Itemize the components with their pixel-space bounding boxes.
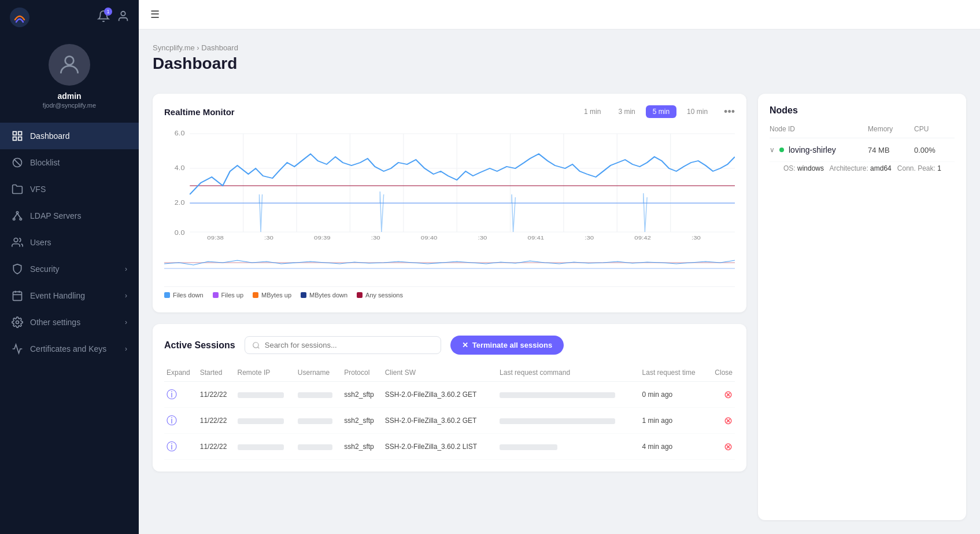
username-2 bbox=[298, 418, 332, 424]
sidebar-item-certificates[interactable]: Certificates and Keys › bbox=[0, 336, 139, 362]
svg-point-2 bbox=[65, 56, 74, 65]
settings-icon bbox=[12, 316, 23, 328]
sessions-title: Active Sessions bbox=[164, 340, 235, 351]
svg-line-13 bbox=[17, 213, 21, 218]
expand-row-3-button[interactable]: ⓘ bbox=[167, 441, 177, 452]
terminate-btn-label: Terminate all sessions bbox=[472, 341, 553, 349]
client-sw-3: SSH-2.0-FileZilla_3.60.2 LIST bbox=[383, 434, 497, 460]
col-protocol: Protocol bbox=[342, 364, 382, 382]
active-sessions-card: Active Sessions ✕ Terminate all sessions bbox=[153, 324, 746, 472]
close-session-3-button[interactable]: ⊗ bbox=[724, 441, 733, 452]
col-username: Username bbox=[295, 364, 342, 382]
nav-label-event-handling: Event Handling bbox=[30, 291, 85, 300]
node-expand-chevron[interactable]: ∨ bbox=[770, 146, 775, 154]
protocol-3: ssh2_sftp bbox=[342, 434, 382, 460]
nav-label-other-settings: Other settings bbox=[30, 318, 80, 327]
topbar: ☰ bbox=[139, 0, 980, 30]
sidebar-item-ldap[interactable]: LDAP Servers bbox=[0, 202, 139, 229]
svg-text::30: :30 bbox=[371, 235, 380, 241]
nodes-card: Nodes Node ID Memory CPU ∨ loving-shirle… bbox=[758, 94, 966, 520]
sidebar-item-other-settings[interactable]: Other settings › bbox=[0, 309, 139, 336]
time-btn-3min[interactable]: 3 min bbox=[611, 105, 642, 118]
sessions-table: Expand Started Remote IP Username Protoc… bbox=[164, 364, 735, 460]
col-remote-ip: Remote IP bbox=[235, 364, 295, 382]
node-memory: 74 MB bbox=[868, 146, 914, 154]
right-panel: Nodes Node ID Memory CPU ∨ loving-shirle… bbox=[758, 94, 966, 520]
sidebar-item-users[interactable]: Users bbox=[0, 229, 139, 256]
user-menu-icon[interactable] bbox=[117, 10, 130, 25]
sidebar-item-vfs[interactable]: VFS bbox=[0, 176, 139, 202]
app-logo bbox=[9, 7, 30, 28]
svg-text::30: :30 bbox=[585, 235, 594, 241]
svg-text::30: :30 bbox=[691, 235, 701, 241]
cert-icon bbox=[12, 343, 23, 355]
more-options-button[interactable]: ••• bbox=[724, 106, 735, 118]
svg-point-14 bbox=[14, 238, 18, 242]
profile-name: admin bbox=[57, 91, 81, 101]
sidebar-item-dashboard[interactable]: Dashboard bbox=[0, 123, 139, 149]
nav-label-certificates: Certificates and Keys bbox=[30, 344, 106, 353]
node-cpu: 0.00% bbox=[914, 146, 955, 154]
svg-rect-15 bbox=[13, 292, 22, 300]
terminate-all-button[interactable]: ✕ Terminate all sessions bbox=[450, 336, 564, 355]
close-session-2-button[interactable]: ⊗ bbox=[724, 415, 733, 426]
svg-rect-6 bbox=[19, 137, 22, 141]
last-cmd-1 bbox=[500, 392, 615, 398]
page-title: Dashboard bbox=[153, 54, 966, 73]
close-session-1-button[interactable]: ⊗ bbox=[724, 389, 733, 400]
dashboard-icon bbox=[12, 130, 23, 142]
menu-toggle-button[interactable]: ☰ bbox=[150, 8, 160, 21]
col-last-request-time: Last request time bbox=[640, 364, 709, 382]
username-3 bbox=[298, 444, 332, 450]
event-icon bbox=[12, 290, 23, 301]
sidebar-item-event-handling[interactable]: Event Handling › bbox=[0, 282, 139, 309]
breadcrumb: Syncplify.me › Dashboard bbox=[153, 43, 966, 52]
legend-dot-mbytes-up bbox=[253, 292, 258, 298]
legend-label-files-up: Files up bbox=[221, 292, 244, 299]
monitor-title: Realtime Monitor bbox=[164, 107, 572, 117]
sessions-search-input[interactable] bbox=[265, 341, 434, 349]
last-request-time-3: 4 min ago bbox=[640, 434, 709, 460]
chevron-security: › bbox=[125, 265, 127, 273]
breadcrumb-parent[interactable]: Syncplify.me bbox=[153, 43, 195, 52]
sessions-header: Active Sessions ✕ Terminate all sessions bbox=[164, 336, 735, 355]
time-buttons: 1 min 3 min 5 min 10 min bbox=[577, 105, 715, 118]
sidebar: 1 admin fjodr@syncplify.me Dashboard bbox=[0, 0, 139, 534]
chevron-other-settings: › bbox=[125, 318, 127, 326]
legend-dot-files-down bbox=[164, 292, 170, 298]
node-os: windows bbox=[797, 164, 824, 172]
username-1 bbox=[298, 392, 332, 398]
sidebar-item-security[interactable]: Security › bbox=[0, 256, 139, 282]
col-close: Close bbox=[708, 364, 735, 382]
client-sw-1: SSH-2.0-FileZilla_3.60.2 GET bbox=[383, 382, 497, 408]
legend-dot-any-sessions bbox=[357, 292, 363, 298]
legend-any-sessions: Any sessions bbox=[357, 292, 403, 299]
legend-mbytes-down: MBytes down bbox=[301, 292, 347, 299]
svg-rect-5 bbox=[13, 137, 17, 141]
nav-label-vfs: VFS bbox=[30, 185, 46, 194]
time-btn-1min[interactable]: 1 min bbox=[577, 105, 608, 118]
breadcrumb-current: Dashboard bbox=[201, 43, 238, 52]
svg-text:6.0: 6.0 bbox=[175, 130, 185, 137]
chart-legend: Files down Files up MBytes up MByte bbox=[164, 286, 735, 301]
col-expand: Expand bbox=[164, 364, 198, 382]
nodes-title: Nodes bbox=[770, 105, 955, 116]
nav-label-security: Security bbox=[30, 264, 60, 274]
notification-icon[interactable]: 1 bbox=[97, 10, 110, 25]
node-status-dot bbox=[779, 148, 784, 152]
protocol-1: ssh2_sftp bbox=[342, 382, 382, 408]
expand-row-1-button[interactable]: ⓘ bbox=[167, 389, 177, 400]
legend-dot-mbytes-down bbox=[301, 292, 306, 298]
sidebar-item-blocklist[interactable]: Blocklist bbox=[0, 149, 139, 176]
security-icon bbox=[12, 263, 23, 275]
node-name-cell: ∨ loving-shirley bbox=[770, 145, 868, 154]
expand-row-2-button[interactable]: ⓘ bbox=[167, 415, 177, 426]
time-btn-10min[interactable]: 10 min bbox=[680, 105, 715, 118]
legend-label-any-sessions: Any sessions bbox=[365, 292, 403, 299]
svg-text:0.0: 0.0 bbox=[175, 230, 185, 236]
protocol-2: ssh2_sftp bbox=[342, 408, 382, 434]
svg-point-9 bbox=[16, 212, 18, 213]
remote-ip-2 bbox=[238, 418, 284, 424]
time-btn-5min[interactable]: 5 min bbox=[646, 105, 676, 118]
remote-ip-3 bbox=[238, 444, 284, 450]
